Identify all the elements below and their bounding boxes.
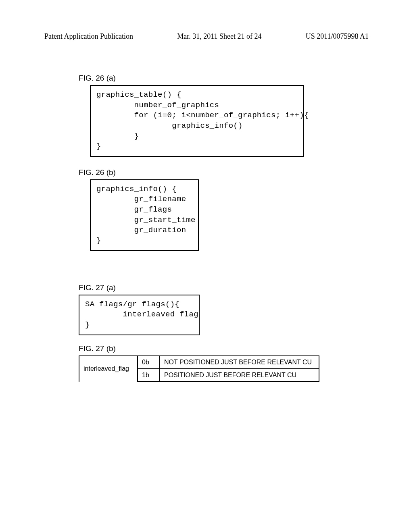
flag-desc-cell: POSITIONED JUST BEFORE RELEVANT CU <box>160 369 319 382</box>
header-pub-number: US 2011/0075998 A1 <box>306 32 369 41</box>
fig-26b-code: graphics_info() { gr_filename gr_flags g… <box>90 179 199 251</box>
header-date-sheet: Mar. 31, 2011 Sheet 21 of 24 <box>177 32 261 41</box>
fig-26b-label: FIG. 26 (b) <box>79 168 361 177</box>
flag-desc-cell: NOT POSITIONED JUST BEFORE RELEVANT CU <box>160 356 319 369</box>
fig-27a-code: SA_flags/gr_flags(){ interleaved_flag } <box>79 295 200 335</box>
table-row: interleaved_flag 0b NOT POSITIONED JUST … <box>79 356 319 369</box>
fig-26a-label: FIG. 26 (a) <box>79 74 361 83</box>
flag-value-cell: 0b <box>138 356 160 369</box>
flag-name-cell: interleaved_flag <box>79 356 138 382</box>
fig-27b-table: interleaved_flag 0b NOT POSITIONED JUST … <box>79 355 319 382</box>
flag-value-cell: 1b <box>138 369 160 382</box>
page-header: Patent Application Publication Mar. 31, … <box>0 32 413 41</box>
fig-26a-code: graphics_table() { number_of_graphics fo… <box>90 85 304 157</box>
page-content: FIG. 26 (a) graphics_table() { number_of… <box>79 62 361 382</box>
fig-27a-label: FIG. 27 (a) <box>79 283 361 292</box>
header-pub-type: Patent Application Publication <box>44 32 133 41</box>
fig-27b-label: FIG. 27 (b) <box>79 344 361 353</box>
